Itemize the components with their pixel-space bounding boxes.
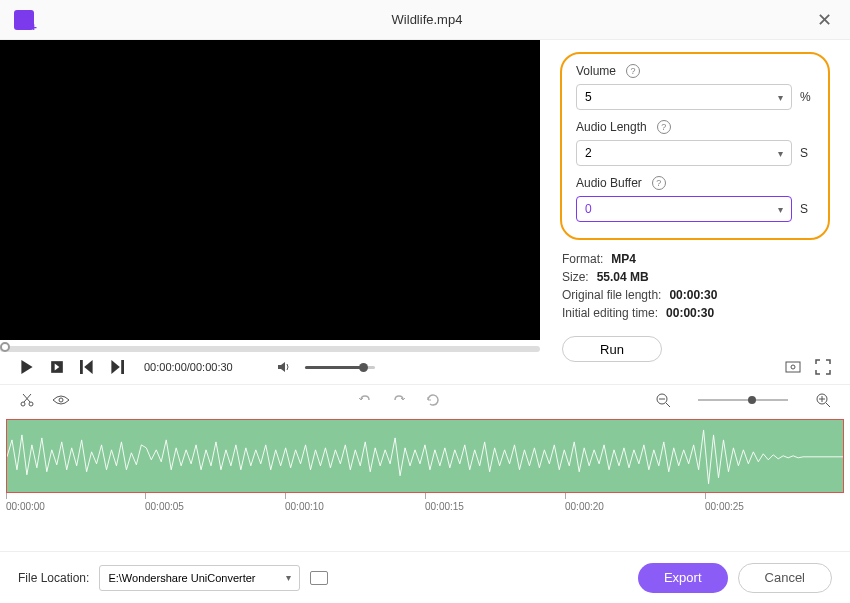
audio-length-value: 2 bbox=[585, 146, 592, 160]
svg-rect-2 bbox=[121, 360, 124, 374]
fullscreen-icon[interactable] bbox=[814, 358, 832, 376]
chevron-down-icon: ▾ bbox=[778, 148, 783, 159]
app-icon bbox=[14, 10, 34, 30]
video-preview[interactable] bbox=[0, 40, 540, 340]
undo-icon[interactable] bbox=[356, 391, 374, 409]
refresh-icon[interactable] bbox=[424, 391, 442, 409]
audio-length-label: Audio Length bbox=[576, 120, 647, 134]
zoom-out-icon[interactable] bbox=[654, 391, 672, 409]
audio-buffer-unit: S bbox=[800, 202, 814, 216]
chevron-down-icon: ▾ bbox=[286, 572, 291, 583]
cut-icon[interactable] bbox=[18, 391, 36, 409]
cancel-button[interactable]: Cancel bbox=[738, 563, 832, 593]
chevron-down-icon: ▾ bbox=[778, 92, 783, 103]
orig-len-value: 00:00:30 bbox=[669, 288, 717, 302]
format-value: MP4 bbox=[611, 252, 636, 266]
run-button[interactable]: Run bbox=[562, 336, 662, 362]
audio-length-unit: S bbox=[800, 146, 814, 160]
volume-select[interactable]: 5 ▾ bbox=[576, 84, 792, 110]
file-location-select[interactable]: E:\Wondershare UniConverter ▾ bbox=[99, 565, 299, 591]
seek-slider[interactable] bbox=[0, 346, 540, 352]
help-icon[interactable]: ? bbox=[652, 176, 666, 190]
redo-icon[interactable] bbox=[390, 391, 408, 409]
audio-buffer-select[interactable]: 0 ▾ bbox=[576, 196, 792, 222]
playback-time: 00:00:00/00:00:30 bbox=[144, 361, 233, 373]
next-icon[interactable] bbox=[108, 358, 126, 376]
size-value: 55.04 MB bbox=[597, 270, 649, 284]
close-icon[interactable]: ✕ bbox=[812, 8, 836, 32]
audio-settings-group: Volume ? 5 ▾ % Audio Length ? bbox=[560, 52, 830, 240]
volume-slider[interactable] bbox=[305, 366, 375, 369]
size-label: Size: bbox=[562, 270, 589, 284]
volume-thumb[interactable] bbox=[359, 363, 368, 372]
init-time-value: 00:00:30 bbox=[666, 306, 714, 320]
help-icon[interactable]: ? bbox=[657, 120, 671, 134]
volume-unit: % bbox=[800, 90, 814, 104]
prev-icon[interactable] bbox=[78, 358, 96, 376]
volume-icon[interactable] bbox=[275, 358, 293, 376]
file-location-value: E:\Wondershare UniConverter bbox=[108, 572, 255, 584]
svg-line-12 bbox=[826, 403, 830, 407]
zoom-in-icon[interactable] bbox=[814, 391, 832, 409]
snapshot-icon[interactable] bbox=[784, 358, 802, 376]
chevron-down-icon: ▾ bbox=[778, 204, 783, 215]
seek-thumb[interactable] bbox=[0, 342, 10, 352]
export-button[interactable]: Export bbox=[638, 563, 728, 593]
zoom-slider[interactable] bbox=[698, 399, 788, 401]
volume-label: Volume bbox=[576, 64, 616, 78]
svg-rect-3 bbox=[786, 362, 800, 372]
format-label: Format: bbox=[562, 252, 603, 266]
window-title: Wildlife.mp4 bbox=[42, 12, 812, 27]
file-location-label: File Location: bbox=[18, 571, 89, 585]
help-icon[interactable]: ? bbox=[626, 64, 640, 78]
svg-point-6 bbox=[29, 402, 33, 406]
svg-rect-1 bbox=[80, 360, 83, 374]
init-time-label: Initial editing time: bbox=[562, 306, 658, 320]
audio-buffer-value: 0 bbox=[585, 202, 592, 216]
svg-point-7 bbox=[59, 398, 63, 402]
timeline-ruler: 00:00:00 00:00:05 00:00:10 00:00:15 00:0… bbox=[0, 493, 850, 515]
audio-buffer-label: Audio Buffer bbox=[576, 176, 642, 190]
waveform-track[interactable] bbox=[6, 419, 844, 493]
audio-length-select[interactable]: 2 ▾ bbox=[576, 140, 792, 166]
svg-line-9 bbox=[666, 403, 670, 407]
eye-icon[interactable] bbox=[52, 391, 70, 409]
stop-icon[interactable] bbox=[48, 358, 66, 376]
play-icon[interactable] bbox=[18, 358, 36, 376]
volume-value: 5 bbox=[585, 90, 592, 104]
svg-point-5 bbox=[21, 402, 25, 406]
orig-len-label: Original file length: bbox=[562, 288, 661, 302]
svg-point-4 bbox=[791, 365, 795, 369]
zoom-thumb[interactable] bbox=[748, 396, 756, 404]
folder-icon[interactable] bbox=[310, 571, 328, 585]
